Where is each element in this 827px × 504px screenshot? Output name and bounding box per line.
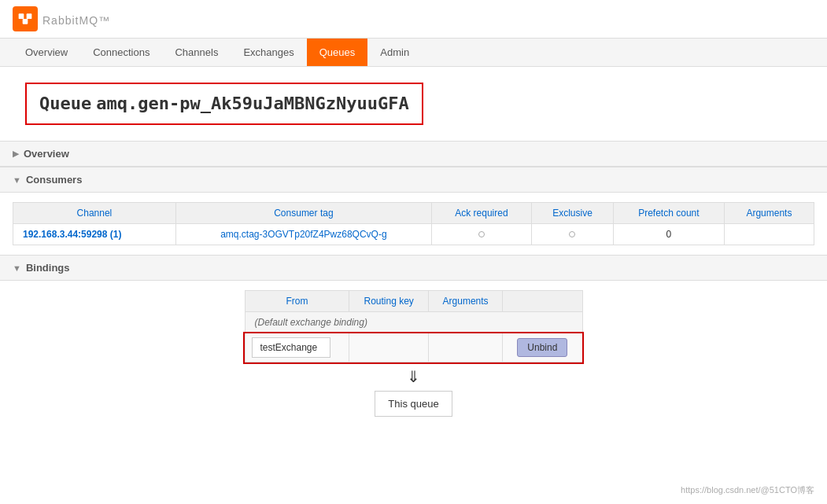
binding-routing-key-cell — [349, 333, 428, 362]
binding-arguments-cell — [428, 333, 502, 362]
default-exchange-cell: (Default exchange binding) — [245, 312, 582, 333]
consumers-section-header[interactable]: ▼ Consumers — [0, 167, 827, 193]
svg-rect-2 — [23, 19, 28, 24]
logo-wordmark: RabbitMQ™ — [42, 9, 110, 29]
prefetch-count-cell: 0 — [614, 224, 725, 245]
col-consumer-tag: Consumer tag — [175, 203, 431, 224]
logo-icon — [13, 6, 38, 31]
bindings-content: From Routing key Arguments (Default exch… — [0, 281, 827, 426]
nav-exchanges[interactable]: Exchanges — [231, 39, 306, 66]
exchange-name: testExchange — [252, 337, 330, 358]
channel-cell[interactable]: 192.168.3.44:59298 (1) — [13, 224, 176, 245]
bindings-col-action — [503, 291, 582, 312]
binding-from-cell: testExchange — [245, 333, 349, 362]
bindings-col-arguments: Arguments — [428, 291, 502, 312]
nav-queues[interactable]: Queues — [307, 39, 368, 66]
bindings-table: From Routing key Arguments (Default exch… — [245, 290, 583, 362]
exclusive-circle-icon — [569, 231, 575, 237]
consumers-content: Channel Consumer tag Ack required Exclus… — [0, 193, 827, 255]
page-title: Queue amq.gen-pw_Ak59uJaMBNGzNyuuGFA — [39, 94, 409, 114]
nav-connections[interactable]: Connections — [80, 39, 162, 66]
bindings-col-routing-key: Routing key — [349, 291, 428, 312]
ack-required-cell — [431, 224, 531, 245]
svg-rect-1 — [27, 13, 32, 19]
bindings-col-from: From — [245, 291, 349, 312]
bindings-section-header[interactable]: ▼ Bindings — [0, 256, 827, 281]
ack-circle-icon — [478, 231, 485, 237]
nav-admin[interactable]: Admin — [367, 39, 422, 66]
overview-section-header[interactable]: ▶ Overview — [0, 142, 827, 167]
default-exchange-row: (Default exchange binding) — [245, 312, 582, 333]
unbind-button[interactable]: Unbind — [517, 338, 567, 357]
arguments-cell — [724, 224, 814, 245]
nav-channels[interactable]: Channels — [162, 39, 231, 66]
unbind-cell: Unbind — [503, 333, 582, 362]
overview-section: ▶ Overview — [0, 141, 827, 167]
consumers-section-title: Consumers — [26, 174, 83, 186]
consumers-arrow-icon: ▼ — [13, 175, 21, 185]
col-arguments: Arguments — [724, 203, 814, 224]
consumers-section: ▼ Consumers Channel Consumer tag Ack req… — [0, 167, 827, 255]
col-exclusive: Exclusive — [531, 203, 613, 224]
nav-overview[interactable]: Overview — [13, 39, 80, 66]
down-arrow-icon: ⇓ — [407, 362, 420, 391]
bindings-arrow-icon: ▼ — [13, 263, 21, 273]
consumers-table: Channel Consumer tag Ack required Exclus… — [13, 202, 814, 245]
bindings-table-wrap: From Routing key Arguments (Default exch… — [13, 290, 814, 417]
header: RabbitMQ™ — [0, 0, 827, 39]
col-ack-required: Ack required — [431, 203, 531, 224]
binding-row: testExchange Unbind — [245, 333, 582, 362]
channel-link[interactable]: 192.168.3.44:59298 (1) — [23, 229, 121, 240]
main-nav: Overview Connections Channels Exchanges … — [0, 39, 827, 67]
page-title-bar: Queue amq.gen-pw_Ak59uJaMBNGzNyuuGFA — [25, 83, 423, 125]
logo: RabbitMQ™ — [13, 6, 110, 31]
bindings-section: ▼ Bindings From Routing key Arguments (D… — [0, 255, 827, 426]
overview-arrow-icon: ▶ — [13, 149, 19, 159]
this-queue-box: This queue — [375, 391, 452, 417]
exclusive-cell — [531, 224, 613, 245]
overview-section-title: Overview — [24, 148, 69, 160]
table-row: 192.168.3.44:59298 (1) amq.ctag-3OGVTp20… — [13, 224, 814, 245]
svg-rect-0 — [19, 13, 24, 19]
consumer-tag-cell: amq.ctag-3OGVTp20fZ4Pwz68QCvQ-g — [175, 224, 431, 245]
bindings-section-title: Bindings — [26, 262, 70, 274]
col-prefetch-count: Prefetch count — [614, 203, 725, 224]
col-channel: Channel — [13, 203, 176, 224]
